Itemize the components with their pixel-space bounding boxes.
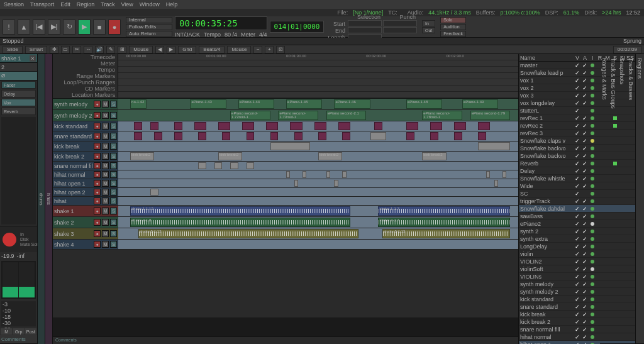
track-header[interactable]: shake 2●MS [53, 217, 118, 228]
menu-help[interactable]: Help [166, 1, 178, 8]
region[interactable] [342, 132, 350, 140]
auto-return-toggle[interactable]: Auto Return [126, 31, 172, 37]
track-name[interactable]: shake 3 [54, 231, 92, 237]
rec-dot[interactable] [589, 86, 596, 90]
region[interactable] [454, 122, 466, 130]
region[interactable]: kick break2 [130, 152, 154, 160]
track-lane[interactable]: ePiano second-1.72mid-1ePiano second-1.7… [118, 110, 518, 121]
region[interactable] [247, 132, 255, 140]
mixer-name[interactable]: vox longdelay [520, 100, 574, 106]
loop-button[interactable]: ↻ [63, 19, 75, 35]
region[interactable]: ePiano-1.45 [286, 99, 322, 109]
track-header[interactable]: kick break 2●MS [53, 152, 118, 161]
punch-out-button[interactable]: Out [422, 27, 435, 33]
range-tool-button[interactable]: ▭ [61, 46, 70, 53]
track-rec-button[interactable]: ● [94, 208, 101, 214]
active-check[interactable]: ✓ [581, 326, 589, 333]
region[interactable]: ePiano-1.48 [406, 99, 442, 109]
visible-check[interactable]: ✓ [574, 77, 581, 84]
rec-dot[interactable] [589, 124, 596, 128]
track-solo-button[interactable]: S [110, 197, 117, 204]
active-check[interactable]: ✓ [581, 175, 589, 182]
active-check[interactable]: ✓ [581, 266, 589, 272]
visible-check[interactable]: ✓ [574, 85, 581, 91]
track-mute-button[interactable]: M [102, 171, 109, 178]
ruler-body[interactable] [118, 60, 518, 67]
track-solo-button[interactable]: S [110, 123, 117, 130]
visible-check[interactable]: ✓ [574, 145, 581, 152]
active-check[interactable]: ✓ [581, 243, 589, 250]
rec-dot[interactable] [589, 71, 596, 75]
region[interactable]: ePiano second-2.1 [326, 111, 367, 120]
track-name[interactable]: shake 4 [54, 241, 92, 248]
track-lane[interactable] [118, 131, 518, 141]
region[interactable] [478, 132, 486, 140]
visible-check[interactable]: ✓ [574, 138, 581, 144]
region[interactable] [247, 162, 255, 169]
strip-record-button[interactable] [3, 233, 16, 247]
delay-processor[interactable]: Delay [1, 90, 36, 97]
rec-dot[interactable] [589, 154, 596, 158]
region[interactable] [270, 142, 311, 150]
midi-panic-button[interactable]: ! [3, 19, 15, 35]
mixer-name[interactable]: Snowflake claps v [520, 138, 574, 144]
region[interactable]: shake 2-1.8 [130, 218, 350, 227]
track-rec-button[interactable]: ● [94, 189, 101, 196]
vox-processor[interactable]: Vox [1, 99, 36, 106]
active-check[interactable]: ✓ [581, 160, 589, 167]
region[interactable]: kick break2 [422, 152, 446, 160]
stretch-tool-button[interactable]: ↔ [84, 46, 92, 53]
reverb-processor[interactable]: Reverb [1, 108, 36, 115]
track-header[interactable]: shake 1●MS [53, 206, 118, 216]
active-check[interactable]: ✓ [581, 183, 589, 189]
mixer-name[interactable]: stutterL [520, 108, 574, 114]
active-check[interactable]: ✓ [581, 168, 589, 174]
region[interactable]: no-1.42 [130, 99, 146, 109]
sync-source-select[interactable]: Internal [126, 17, 172, 23]
visible-check[interactable]: ✓ [574, 108, 581, 114]
strip-m-button[interactable]: M [1, 328, 12, 335]
track-solo-button[interactable]: S [110, 153, 117, 160]
region[interactable] [194, 122, 206, 130]
region[interactable] [242, 122, 254, 130]
rec-dot[interactable] [589, 169, 596, 173]
track-lane[interactable]: shake 1-1.13shake 1-1.7 [118, 206, 518, 216]
visible-check[interactable]: ✓ [574, 130, 581, 136]
zoom-fit-button[interactable]: ⊡ [276, 46, 285, 53]
visible-check[interactable]: ✓ [574, 213, 581, 219]
hihats-group-tab[interactable]: hihats [45, 54, 53, 344]
visible-check[interactable]: ✓ [574, 168, 581, 174]
track-rec-button[interactable]: ● [94, 241, 101, 248]
feedback-alert-button[interactable]: Feedback [440, 31, 466, 37]
track-header[interactable]: hihat open 2●MS [53, 188, 118, 196]
region[interactable] [174, 122, 182, 130]
monitor-in-button[interactable]: In [20, 232, 40, 236]
track-lane[interactable] [118, 188, 518, 196]
track-name[interactable]: shake 2 [54, 219, 92, 226]
region[interactable] [406, 122, 418, 130]
visible-check[interactable]: ✓ [574, 289, 581, 295]
rec-dot[interactable] [589, 335, 596, 339]
cut-tool-button[interactable]: ✂ [72, 46, 81, 53]
rec-dot[interactable] [589, 260, 596, 264]
track-lane[interactable] [118, 197, 518, 205]
active-check[interactable]: ✓ [581, 236, 589, 242]
region[interactable] [318, 132, 326, 140]
draw-tool-button[interactable]: ✎ [106, 46, 115, 53]
region[interactable] [174, 132, 182, 140]
region[interactable] [230, 162, 238, 169]
track-solo-button[interactable]: S [110, 112, 117, 119]
track-mute-button[interactable]: M [102, 219, 109, 226]
region[interactable] [338, 122, 350, 130]
fader-area[interactable] [1, 117, 36, 225]
rec-dot[interactable] [589, 237, 596, 241]
active-check[interactable]: ✓ [581, 304, 589, 310]
mixer-name[interactable]: triggerTrack [520, 198, 574, 204]
visible-check[interactable]: ✓ [574, 334, 581, 340]
active-check[interactable]: ✓ [581, 311, 589, 318]
track-mute-button[interactable]: M [102, 101, 109, 108]
mixer-name[interactable]: snare normal fill [520, 326, 574, 333]
track-name[interactable]: snare normal fill [54, 163, 92, 169]
comments-button[interactable]: Comments [0, 335, 37, 344]
col-v[interactable]: V [574, 55, 581, 61]
